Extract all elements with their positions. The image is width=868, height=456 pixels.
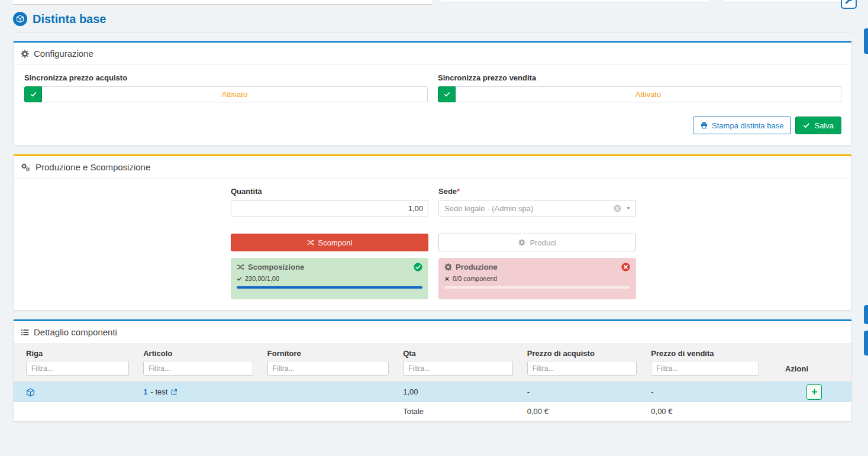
check-icon — [803, 122, 810, 129]
config-panel-body: Sincronizza prezzo acquisto Attivato Sin… — [14, 65, 851, 145]
article-cube-icon — [26, 388, 35, 397]
times-icon — [444, 276, 450, 282]
sede-column: Sede* Sede legale - (Admin spa) — [438, 187, 636, 299]
print-bom-label: Stampa distinta base — [712, 121, 783, 130]
column-header-riga: Riga — [14, 344, 141, 360]
column-header-prezzo-vendita: Prezzo di vendita — [648, 344, 771, 360]
sync-purchase-value[interactable]: Attivato — [42, 86, 428, 102]
list-icon — [21, 328, 29, 337]
column-header-articolo: Articolo — [141, 344, 265, 360]
filter-prezzo-acquisto-input[interactable] — [527, 361, 637, 376]
sync-sale-field: Sincronizza prezzo vendita Attivato — [438, 73, 841, 102]
components-panel-title: Dettaglio componenti — [34, 327, 117, 337]
check-icon — [444, 91, 450, 98]
produzione-status: 0/0 componenti — [453, 275, 497, 282]
fornitore-cell — [265, 382, 401, 402]
shuffle-icon — [237, 263, 244, 271]
save-label: Salva — [814, 121, 834, 130]
times-circle-icon — [621, 263, 630, 271]
components-panel-header: Dettaglio componenti — [14, 321, 851, 344]
production-panel-title: Produzione e Scomposizione — [36, 162, 150, 172]
filter-fornitore-input[interactable] — [267, 361, 389, 376]
side-panel-handle[interactable] — [864, 305, 868, 324]
produzione-card: Produzione 0/0 componenti — [438, 258, 636, 299]
qta-cell: 1,00 — [401, 382, 525, 402]
header-divider — [13, 32, 852, 33]
quantity-column: Quantità Scomponi Scomposizione — [231, 187, 428, 299]
check-icon — [30, 91, 37, 98]
plus-icon — [811, 389, 818, 395]
check-icon — [237, 276, 242, 282]
sync-purchase-field: Sincronizza prezzo acquisto Attivato — [24, 73, 428, 102]
quantity-label: Quantità — [231, 187, 428, 196]
distinta-base-icon — [13, 12, 27, 26]
scomponi-button[interactable]: Scomponi — [231, 234, 428, 251]
prezzo-acquisto-cell: - — [525, 382, 649, 402]
side-panel-handle[interactable] — [864, 28, 868, 54]
customize-button[interactable] — [841, 0, 857, 9]
produci-button[interactable]: Produci — [438, 234, 636, 251]
total-prezzo-acquisto: 0,00 € — [525, 402, 649, 422]
main-content: Distinta base Configurazione Sincronizza… — [13, 0, 852, 431]
sync-sale-label: Sincronizza prezzo vendita — [438, 73, 841, 82]
quantity-input[interactable] — [231, 200, 428, 216]
components-panel: Dettaglio componenti Riga Articolo Forni… — [13, 319, 852, 422]
prezzo-vendita-cell: - — [648, 382, 771, 402]
column-header-azioni: Azioni — [771, 344, 851, 382]
sync-sale-value[interactable]: Attivato — [456, 86, 841, 102]
filter-articolo-input[interactable] — [143, 361, 253, 376]
wrench-icon — [845, 0, 853, 5]
config-panel: Configurazione Sincronizza prezzo acquis… — [13, 41, 852, 145]
articolo-name: - test — [150, 387, 167, 396]
column-header-qta: Qta — [401, 344, 525, 360]
page-title: Distinta base — [33, 12, 106, 26]
produzione-progress — [444, 286, 630, 289]
cogs-icon — [21, 163, 31, 172]
produci-label: Produci — [530, 238, 556, 247]
production-panel-header: Produzione e Scomposizione — [14, 156, 851, 179]
page-header: Distinta base — [13, 12, 852, 26]
scomposizione-progress — [237, 286, 422, 289]
shuffle-icon — [307, 239, 314, 246]
print-bom-button[interactable]: Stampa distinta base — [693, 117, 791, 134]
side-panel-handle[interactable] — [864, 331, 868, 355]
check-circle-icon — [414, 263, 422, 271]
produzione-card-title: Produzione — [456, 263, 498, 271]
gear-icon — [518, 239, 525, 246]
scomposizione-card-title: Scomposizione — [248, 263, 304, 271]
scomposizione-card: Scomposizione 230,00/1,00 — [231, 258, 428, 299]
gear-icon — [444, 263, 452, 271]
config-panel-title: Configurazione — [34, 48, 93, 59]
caret-down-icon[interactable] — [625, 205, 631, 211]
scomponi-label: Scomponi — [318, 238, 353, 247]
components-table: Riga Articolo Fornitore Qta Prezzo di ac… — [14, 344, 851, 421]
total-prezzo-vendita: 0,00 € — [648, 402, 771, 422]
total-label: Totale — [401, 402, 525, 422]
column-header-fornitore: Fornitore — [265, 344, 401, 360]
add-component-button[interactable] — [806, 384, 822, 400]
articolo-id: 1 — [143, 387, 147, 396]
sync-purchase-toggle-button[interactable] — [24, 86, 42, 102]
scomposizione-progress-fill — [237, 286, 422, 289]
production-panel-body: Quantità Scomponi Scomposizione — [14, 179, 851, 310]
sede-select[interactable]: Sede legale - (Admin spa) — [438, 200, 636, 216]
config-panel-header: Configurazione — [14, 43, 851, 65]
required-mark: * — [457, 187, 460, 196]
column-header-prezzo-acquisto: Prezzo di acquisto — [525, 344, 649, 360]
filter-qta-input[interactable] — [403, 361, 513, 376]
sync-purchase-label: Sincronizza prezzo acquisto — [24, 73, 428, 82]
sede-label: Sede* — [438, 187, 636, 196]
component-row[interactable]: 1 - test 1,00 - - — [14, 382, 851, 402]
sede-selected-value: Sede legale - (Admin spa) — [444, 204, 614, 213]
printer-icon — [701, 122, 708, 129]
sync-sale-toggle-button[interactable] — [438, 86, 456, 102]
articolo-link[interactable]: 1 - test — [143, 387, 178, 396]
filter-prezzo-vendita-input[interactable] — [651, 361, 759, 376]
gear-icon — [21, 50, 29, 58]
save-button[interactable]: Salva — [795, 117, 841, 134]
filter-riga-input[interactable] — [26, 361, 129, 376]
external-link-icon — [170, 389, 178, 396]
clear-selection-icon[interactable] — [614, 205, 621, 212]
scomposizione-status: 230,00/1,00 — [245, 275, 279, 282]
production-panel: Produzione e Scomposizione Quantità Scom… — [13, 154, 852, 311]
